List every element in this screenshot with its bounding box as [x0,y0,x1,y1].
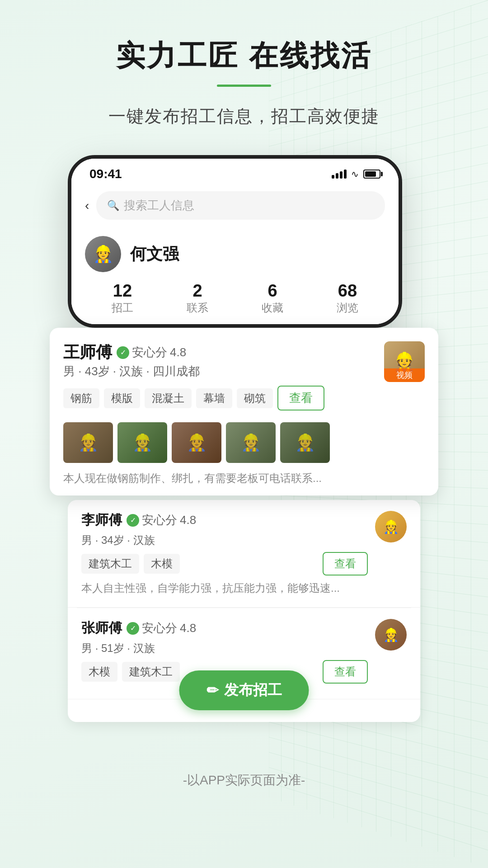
stat-contact-number: 2 [187,281,208,301]
stat-browse: 68 浏览 [337,281,358,315]
search-input[interactable]: 🔍 搜索工人信息 [96,191,385,220]
worker-name: 李师傅 [81,511,122,529]
worker-name: 王师傅 [63,341,112,363]
work-photo-3 [172,422,221,463]
verified-icon: ✓ [127,622,139,635]
stat-browse-label: 浏览 [337,302,358,314]
worker-description: 本人现在做钢筋制作、绑扎，有需要老板可电话联系... [63,470,425,486]
worker-info: 男 · 51岁 · 汉族 [81,641,368,656]
skill-tag: 木模 [144,554,180,574]
worker-avatar: 👷 [375,619,407,651]
skill-tag: 模版 [104,388,140,408]
work-photo-1 [63,422,113,463]
score-value: 4.8 [180,513,196,527]
stat-recruit-number: 12 [112,281,133,301]
worker-avatar: 👷 视频 [384,341,425,382]
stat-recruit: 12 招工 [112,281,133,315]
search-icon: 🔍 [107,200,119,212]
stat-favorite-number: 6 [262,281,283,301]
verified-badge: ✓ 安心分 4.8 [117,344,186,360]
battery-icon [363,170,380,179]
skill-tag: 木模 [81,662,117,682]
page-subtitle: 一键发布招工信息，招工高效便捷 [108,105,380,128]
status-icons: ∿ [332,169,380,179]
worker-info: 男 · 34岁 · 汉族 [81,533,368,547]
main-worker-card: 王师傅 ✓ 安心分 4.8 男 · 43岁 · 汉族 · 四川成都 钢筋 模版 … [50,328,438,495]
stat-browse-number: 68 [337,281,358,301]
score-value: 4.8 [170,345,186,359]
work-photo-4 [226,422,276,463]
view-profile-button[interactable]: 查看 [277,386,324,410]
stat-recruit-label: 招工 [112,302,133,314]
score-value: 4.8 [180,621,196,635]
wifi-icon: ∿ [351,169,359,179]
footer-note: -以APP实际页面为准- [183,772,305,789]
skill-tag: 钢筋 [63,388,99,408]
verified-icon: ✓ [117,346,129,359]
worker-name-row: 王师傅 ✓ 安心分 4.8 [63,341,324,363]
back-button[interactable]: ‹ [85,198,89,213]
user-stats: 12 招工 2 联系 6 收藏 68 浏览 [71,277,399,324]
phone-mockup: 09:41 ∿ ‹ 🔍 [68,155,402,328]
video-badge: 视频 [384,368,425,382]
secondary-cards: 李师傅 ✓ 安心分 4.8 男 · 34岁 · 汉族 建筑木工 木模 查看 [68,500,420,722]
list-item: 李师傅 ✓ 安心分 4.8 男 · 34岁 · 汉族 建筑木工 木模 查看 [68,500,420,608]
work-photo-5 [280,422,330,463]
worker-name: 张师傅 [81,619,122,637]
work-photo-2 [117,422,167,463]
phone-mockup-container: 09:41 ∿ ‹ 🔍 [68,155,420,726]
worker-photos [63,422,425,463]
score-label: 安心分 [132,344,167,360]
skill-tag: 建筑木工 [122,662,180,682]
stat-favorite: 6 收藏 [262,281,283,315]
user-name: 何文强 [130,243,179,265]
score-label: 安心分 [142,512,177,528]
stat-favorite-label: 收藏 [262,302,283,314]
status-time: 09:41 [89,167,122,181]
status-bar: 09:41 ∿ [71,159,399,186]
search-placeholder-text: 搜索工人信息 [124,198,194,213]
publish-label: 发布招工 [224,680,282,700]
stat-contact-label: 联系 [187,302,208,314]
signal-icon [332,170,347,179]
worker-description: 本人自主性强，自学能力强，抗压能力强，能够迅速... [81,580,368,596]
stat-contact: 2 联系 [187,281,208,315]
headline-underline [217,85,271,87]
view-profile-button[interactable]: 查看 [323,552,368,576]
search-bar: ‹ 🔍 搜索工人信息 [71,186,399,227]
skill-tag: 幕墙 [196,388,232,408]
user-profile: 👷 何文强 [71,227,399,277]
page-headline: 实力工匠 在线找活 [116,36,372,75]
skill-tag: 混凝土 [145,388,192,408]
publish-recruit-button[interactable]: ✏ 发布招工 [179,670,309,710]
publish-icon: ✏ [206,682,219,699]
skill-tag: 砌筑 [237,388,273,408]
list-item: 张师傅 ✓ 安心分 4.8 男 · 51岁 · 汉族 木模 建筑木工 查看 [68,608,420,699]
score-label: 安心分 [142,620,177,636]
skill-tag: 建筑木工 [81,554,139,574]
avatar: 👷 [85,236,121,272]
worker-info: 男 · 43岁 · 汉族 · 四川成都 [63,363,324,379]
view-profile-button[interactable]: 查看 [323,660,368,684]
skill-tags: 钢筋 模版 混凝土 幕墙 砌筑 查看 [63,386,324,410]
worker-avatar: 👷 [375,511,407,542]
verified-icon: ✓ [127,514,139,527]
